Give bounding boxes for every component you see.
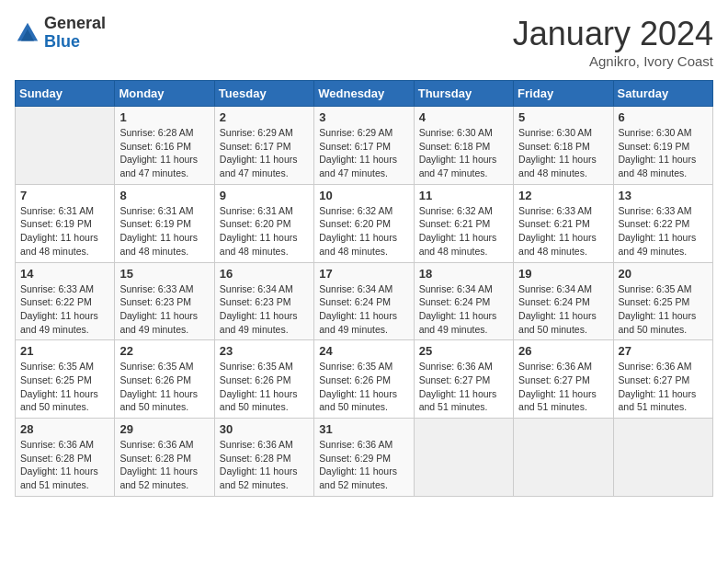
day-number: 4	[419, 110, 508, 124]
day-info: Sunrise: 6:28 AMSunset: 6:16 PMDaylight:…	[119, 126, 209, 180]
day-number: 23	[220, 344, 309, 358]
day-info: Sunrise: 6:35 AMSunset: 6:25 PMDaylight:…	[20, 360, 109, 414]
day-number: 26	[518, 344, 608, 358]
month-title: January 2024	[513, 15, 713, 53]
day-info: Sunrise: 6:36 AMSunset: 6:27 PMDaylight:…	[518, 360, 608, 414]
calendar-week-row: 21Sunrise: 6:35 AMSunset: 6:25 PMDayligh…	[16, 340, 713, 419]
day-info: Sunrise: 6:35 AMSunset: 6:26 PMDaylight:…	[119, 360, 209, 414]
day-number: 20	[619, 267, 708, 281]
calendar-cell	[613, 419, 712, 497]
day-number: 22	[119, 344, 209, 358]
day-number: 27	[619, 344, 708, 358]
day-number: 2	[220, 110, 309, 124]
logo-general-text: General	[44, 15, 106, 33]
calendar-cell: 7Sunrise: 6:31 AMSunset: 6:19 PMDaylight…	[16, 184, 115, 262]
calendar-cell: 31Sunrise: 6:36 AMSunset: 6:29 PMDayligh…	[314, 419, 414, 497]
calendar-cell: 15Sunrise: 6:33 AMSunset: 6:23 PMDayligh…	[115, 262, 214, 340]
day-info: Sunrise: 6:31 AMSunset: 6:20 PMDaylight:…	[220, 204, 309, 259]
day-info: Sunrise: 6:33 AMSunset: 6:23 PMDaylight:…	[119, 282, 209, 337]
day-info: Sunrise: 6:30 AMSunset: 6:18 PMDaylight:…	[518, 126, 608, 180]
calendar-cell: 22Sunrise: 6:35 AMSunset: 6:26 PMDayligh…	[115, 340, 214, 419]
day-header-saturday: Saturday	[613, 81, 712, 107]
day-info: Sunrise: 6:34 AMSunset: 6:23 PMDaylight:…	[220, 282, 309, 337]
day-info: Sunrise: 6:33 AMSunset: 6:22 PMDaylight:…	[619, 204, 708, 259]
calendar-cell: 3Sunrise: 6:29 AMSunset: 6:17 PMDaylight…	[314, 107, 414, 185]
calendar-cell: 11Sunrise: 6:32 AMSunset: 6:21 PMDayligh…	[414, 184, 513, 262]
day-number: 16	[220, 267, 309, 281]
day-number: 30	[220, 422, 309, 436]
day-header-wednesday: Wednesday	[314, 81, 414, 107]
day-number: 5	[518, 110, 608, 124]
calendar-cell: 1Sunrise: 6:28 AMSunset: 6:16 PMDaylight…	[115, 107, 214, 185]
day-info: Sunrise: 6:34 AMSunset: 6:24 PMDaylight:…	[319, 282, 408, 337]
day-number: 19	[518, 267, 608, 281]
day-info: Sunrise: 6:36 AMSunset: 6:28 PMDaylight:…	[20, 438, 109, 492]
location-subtitle: Agnikro, Ivory Coast	[513, 53, 713, 69]
day-number: 21	[20, 344, 109, 358]
day-info: Sunrise: 6:33 AMSunset: 6:21 PMDaylight:…	[518, 204, 608, 259]
day-number: 1	[119, 110, 209, 124]
day-info: Sunrise: 6:29 AMSunset: 6:17 PMDaylight:…	[220, 126, 309, 180]
day-info: Sunrise: 6:32 AMSunset: 6:20 PMDaylight:…	[319, 204, 408, 259]
calendar-week-row: 1Sunrise: 6:28 AMSunset: 6:16 PMDaylight…	[16, 107, 713, 185]
calendar-cell: 10Sunrise: 6:32 AMSunset: 6:20 PMDayligh…	[314, 184, 414, 262]
day-info: Sunrise: 6:31 AMSunset: 6:19 PMDaylight:…	[119, 204, 209, 259]
calendar-cell: 26Sunrise: 6:36 AMSunset: 6:27 PMDayligh…	[514, 340, 613, 419]
day-number: 28	[20, 422, 109, 436]
calendar-cell: 29Sunrise: 6:36 AMSunset: 6:28 PMDayligh…	[115, 419, 214, 497]
day-info: Sunrise: 6:35 AMSunset: 6:25 PMDaylight:…	[619, 282, 708, 337]
calendar-cell: 18Sunrise: 6:34 AMSunset: 6:24 PMDayligh…	[414, 262, 513, 340]
calendar-cell: 17Sunrise: 6:34 AMSunset: 6:24 PMDayligh…	[314, 262, 414, 340]
logo-blue-text: Blue	[44, 33, 106, 52]
day-number: 29	[119, 422, 209, 436]
calendar-cell: 28Sunrise: 6:36 AMSunset: 6:28 PMDayligh…	[16, 419, 115, 497]
calendar-cell: 14Sunrise: 6:33 AMSunset: 6:22 PMDayligh…	[16, 262, 115, 340]
day-info: Sunrise: 6:33 AMSunset: 6:22 PMDaylight:…	[20, 282, 109, 337]
calendar-cell: 27Sunrise: 6:36 AMSunset: 6:27 PMDayligh…	[613, 340, 712, 419]
day-header-monday: Monday	[115, 81, 214, 107]
calendar-cell	[514, 419, 613, 497]
day-number: 9	[220, 189, 309, 202]
day-number: 13	[619, 189, 708, 202]
day-info: Sunrise: 6:36 AMSunset: 6:28 PMDaylight:…	[119, 438, 209, 492]
page-header: General Blue January 2024 Agnikro, Ivory…	[15, 15, 713, 69]
day-header-friday: Friday	[514, 81, 613, 107]
day-info: Sunrise: 6:36 AMSunset: 6:27 PMDaylight:…	[419, 360, 508, 414]
calendar-cell: 20Sunrise: 6:35 AMSunset: 6:25 PMDayligh…	[613, 262, 712, 340]
day-header-thursday: Thursday	[414, 81, 513, 107]
calendar-cell: 23Sunrise: 6:35 AMSunset: 6:26 PMDayligh…	[214, 340, 313, 419]
day-info: Sunrise: 6:36 AMSunset: 6:29 PMDaylight:…	[319, 438, 408, 492]
calendar-cell: 12Sunrise: 6:33 AMSunset: 6:21 PMDayligh…	[514, 184, 613, 262]
day-number: 15	[119, 267, 209, 281]
calendar-cell: 8Sunrise: 6:31 AMSunset: 6:19 PMDaylight…	[115, 184, 214, 262]
calendar-cell: 5Sunrise: 6:30 AMSunset: 6:18 PMDaylight…	[514, 107, 613, 185]
calendar-cell: 2Sunrise: 6:29 AMSunset: 6:17 PMDaylight…	[214, 107, 313, 185]
day-number: 31	[319, 422, 408, 436]
day-info: Sunrise: 6:35 AMSunset: 6:26 PMDaylight:…	[220, 360, 309, 414]
calendar-cell: 30Sunrise: 6:36 AMSunset: 6:28 PMDayligh…	[214, 419, 313, 497]
calendar-cell: 4Sunrise: 6:30 AMSunset: 6:18 PMDaylight…	[414, 107, 513, 185]
calendar-table: SundayMondayTuesdayWednesdayThursdayFrid…	[15, 80, 713, 497]
title-section: January 2024 Agnikro, Ivory Coast	[513, 15, 713, 69]
day-info: Sunrise: 6:31 AMSunset: 6:19 PMDaylight:…	[20, 204, 109, 259]
day-header-sunday: Sunday	[16, 81, 115, 107]
day-info: Sunrise: 6:36 AMSunset: 6:28 PMDaylight:…	[220, 438, 309, 492]
day-header-tuesday: Tuesday	[214, 81, 313, 107]
day-number: 3	[319, 110, 408, 124]
calendar-cell: 25Sunrise: 6:36 AMSunset: 6:27 PMDayligh…	[414, 340, 513, 419]
calendar-week-row: 28Sunrise: 6:36 AMSunset: 6:28 PMDayligh…	[16, 419, 713, 497]
day-number: 8	[119, 189, 209, 202]
day-number: 12	[518, 189, 608, 202]
calendar-cell: 13Sunrise: 6:33 AMSunset: 6:22 PMDayligh…	[613, 184, 712, 262]
day-info: Sunrise: 6:29 AMSunset: 6:17 PMDaylight:…	[319, 126, 408, 180]
logo-icon	[15, 20, 40, 46]
day-number: 24	[319, 344, 408, 358]
calendar-cell: 24Sunrise: 6:35 AMSunset: 6:26 PMDayligh…	[314, 340, 414, 419]
day-info: Sunrise: 6:35 AMSunset: 6:26 PMDaylight:…	[319, 360, 408, 414]
day-info: Sunrise: 6:30 AMSunset: 6:18 PMDaylight:…	[419, 126, 508, 180]
calendar-cell: 9Sunrise: 6:31 AMSunset: 6:20 PMDaylight…	[214, 184, 313, 262]
calendar-cell	[16, 107, 115, 185]
calendar-week-row: 7Sunrise: 6:31 AMSunset: 6:19 PMDaylight…	[16, 184, 713, 262]
day-number: 6	[619, 110, 708, 124]
calendar-week-row: 14Sunrise: 6:33 AMSunset: 6:22 PMDayligh…	[16, 262, 713, 340]
